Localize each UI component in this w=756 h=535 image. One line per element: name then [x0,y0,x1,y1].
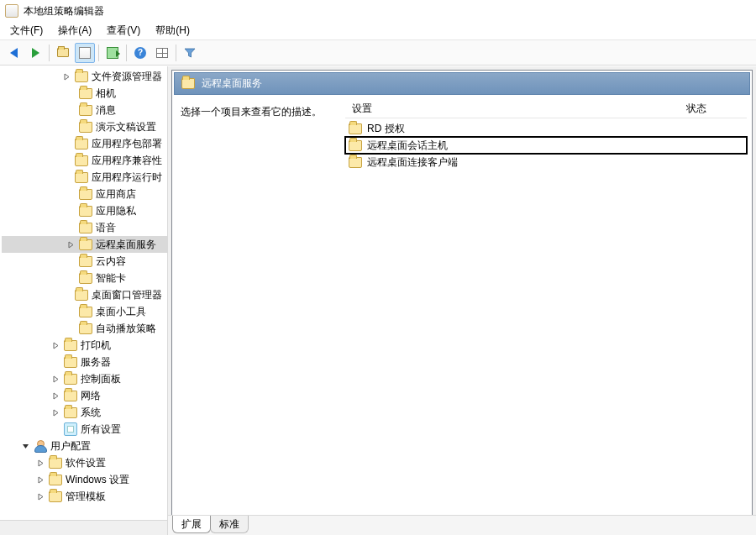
tree-node-20[interactable]: 系统 [2,404,167,421]
tree-node-label: 相机 [96,87,116,101]
tree-node-9[interactable]: 语音 [2,219,167,236]
chevron-down-icon [22,443,29,450]
back-button[interactable] [3,43,24,63]
details-view-icon [156,48,168,58]
tree-node-label: 管理模板 [66,490,106,504]
tree-node-6[interactable]: 应用程序运行时 [2,169,167,186]
folder-icon [49,458,62,469]
expand-toggle[interactable] [62,71,71,81]
forward-button[interactable] [25,43,45,63]
folder-icon [79,323,92,334]
tree-node-11[interactable]: 云内容 [2,253,167,270]
folder-icon [181,78,195,89]
tree-node-16[interactable]: 打印机 [2,337,167,354]
tree-node-17[interactable]: 服务器 [2,354,167,370]
folder-icon [79,105,92,116]
tree-node-25[interactable]: 管理模板 [2,488,167,505]
tree-node-18[interactable]: 控制面板 [2,370,167,387]
tree-node-label: 桌面窗口管理器 [92,288,162,302]
tree-node-24[interactable]: Windows 设置 [2,471,167,488]
tree-node-label: 打印机 [81,338,111,353]
folder-icon [79,206,92,217]
tree-node-5[interactable]: 应用程序兼容性 [2,152,167,169]
tree-node-4[interactable]: 应用程序包部署 [2,135,167,152]
content-body: 选择一个项目来查看它的描述。 设置 状态 RD 授权远程桌面会话主机远程桌面连接… [172,95,752,530]
properties-icon [79,47,91,59]
tree-node-label: 文件资源管理器 [92,70,162,84]
folder-icon [79,88,92,99]
tree-horizontal-scrollbar[interactable] [0,520,167,535]
folder-icon [64,391,77,401]
expand-toggle[interactable] [50,340,60,350]
list-item-0[interactable]: RD 授权 [345,120,747,137]
filter-button[interactable] [180,43,200,63]
chevron-right-icon [67,241,75,249]
tree-node-1[interactable]: 相机 [2,85,167,102]
tree-node-3[interactable]: 演示文稿设置 [2,118,167,135]
chevron-right-icon [52,375,60,383]
tree-node-14[interactable]: 桌面小工具 [2,303,167,320]
expand-toggle[interactable] [35,458,45,468]
list-item-2[interactable]: 远程桌面连接客户端 [345,154,747,170]
folder-icon [75,71,88,82]
properties-button[interactable] [75,43,95,63]
tab-extended[interactable]: 扩展 [172,516,211,533]
tree-node-label: 网络 [81,389,101,403]
tree-node-12[interactable]: 智能卡 [2,270,167,286]
toolbar-separator [126,45,127,61]
tree-node-label: 应用隐私 [96,204,136,218]
folder-icon [75,155,88,166]
menu-file[interactable]: 文件(F) [3,22,50,39]
list-item-label: RD 授权 [367,122,405,136]
details-view-button[interactable] [152,43,172,63]
tree-node-label: 应用程序兼容性 [92,154,162,168]
menu-help[interactable]: 帮助(H) [149,22,197,39]
tree-node-label: 软件设置 [66,456,106,470]
column-header-setting[interactable]: 设置 [345,102,680,116]
expand-toggle[interactable] [50,391,60,401]
tree-node-13[interactable]: 桌面窗口管理器 [2,286,167,303]
help-button[interactable]: ? [130,43,150,63]
column-header-state[interactable]: 状态 [680,102,747,116]
content-header-title: 远程桌面服务 [202,76,262,91]
tree-node-2[interactable]: 消息 [2,102,167,118]
tree-node-label: 智能卡 [96,271,126,286]
tree-node-21[interactable]: 所有设置 [2,421,167,438]
menu-action[interactable]: 操作(A) [51,22,98,39]
tree-node-22[interactable]: 用户配置 [2,438,167,454]
collapse-toggle[interactable] [20,441,30,451]
export-list-button[interactable] [102,43,123,63]
expand-toggle[interactable] [35,491,45,501]
tree-node-0[interactable]: 文件资源管理器 [2,68,167,85]
tree-node-15[interactable]: 自动播放策略 [2,320,167,337]
list-item-1[interactable]: 远程桌面会话主机 [345,137,747,154]
folder-icon [79,273,92,284]
menu-view[interactable]: 查看(V) [100,22,147,39]
folder-icon [79,256,92,267]
chevron-right-icon [37,459,45,467]
tree-scroll[interactable]: 文件资源管理器相机消息演示文稿设置应用程序包部署应用程序兼容性应用程序运行时应用… [0,66,167,520]
titlebar: 本地组策略编辑器 [0,0,756,22]
tree-node-label: 自动播放策略 [96,322,156,336]
expand-toggle[interactable] [50,407,60,417]
expand-toggle[interactable] [50,374,60,384]
select-folder-button[interactable] [53,43,73,63]
tab-standard[interactable]: 标准 [210,516,249,533]
tree-node-10[interactable]: 远程桌面服务 [2,236,167,253]
forward-arrow-icon [32,48,39,58]
content-header: 远程桌面服务 [174,72,750,95]
toolbar-separator [98,45,99,61]
expand-toggle[interactable] [66,239,76,249]
tree-node-label: 应用程序运行时 [92,170,162,185]
tree-node-23[interactable]: 软件设置 [2,454,167,471]
tree-node-8[interactable]: 应用隐私 [2,202,167,219]
tree-node-label: 云内容 [96,254,126,269]
list-items: RD 授权远程桌面会话主机远程桌面连接客户端 [345,118,747,170]
folder-icon [349,140,362,151]
tree-node-7[interactable]: 应用商店 [2,186,167,202]
tree-node-19[interactable]: 网络 [2,387,167,404]
folder-icon [64,357,77,368]
expand-toggle[interactable] [35,475,45,485]
folder-icon [57,48,69,57]
list-column: 设置 状态 RD 授权远程桌面会话主机远程桌面连接客户端 [345,100,747,525]
